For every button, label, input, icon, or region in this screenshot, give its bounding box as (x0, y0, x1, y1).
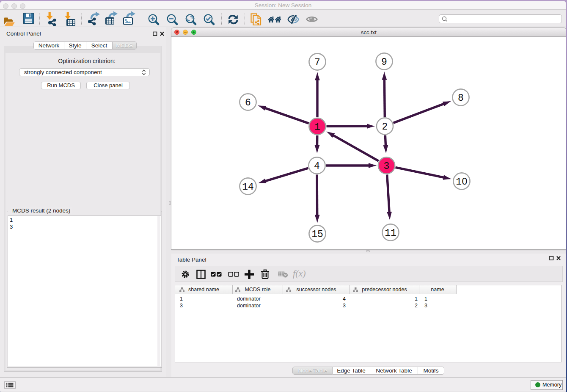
svg-text:15: 15 (311, 229, 323, 240)
svg-text:8: 8 (458, 93, 464, 104)
svg-text:2: 2 (382, 121, 388, 133)
svg-text:14: 14 (242, 182, 254, 193)
svg-text:7: 7 (314, 57, 320, 68)
svg-text:3: 3 (384, 161, 390, 172)
svg-text:1: 1 (314, 122, 320, 133)
svg-text:10: 10 (456, 177, 468, 188)
svg-text:9: 9 (381, 57, 387, 68)
svg-text:4: 4 (314, 161, 320, 172)
svg-text:11: 11 (385, 228, 396, 239)
svg-text:6: 6 (245, 97, 251, 108)
